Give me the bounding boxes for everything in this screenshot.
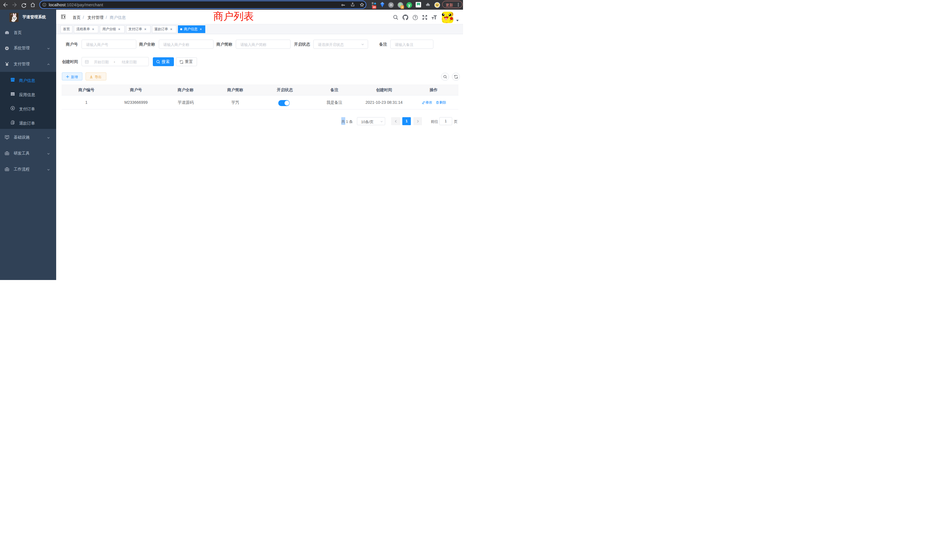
svg-text:⌘: ⌘ (389, 3, 393, 7)
svg-text:y: y (408, 3, 410, 7)
